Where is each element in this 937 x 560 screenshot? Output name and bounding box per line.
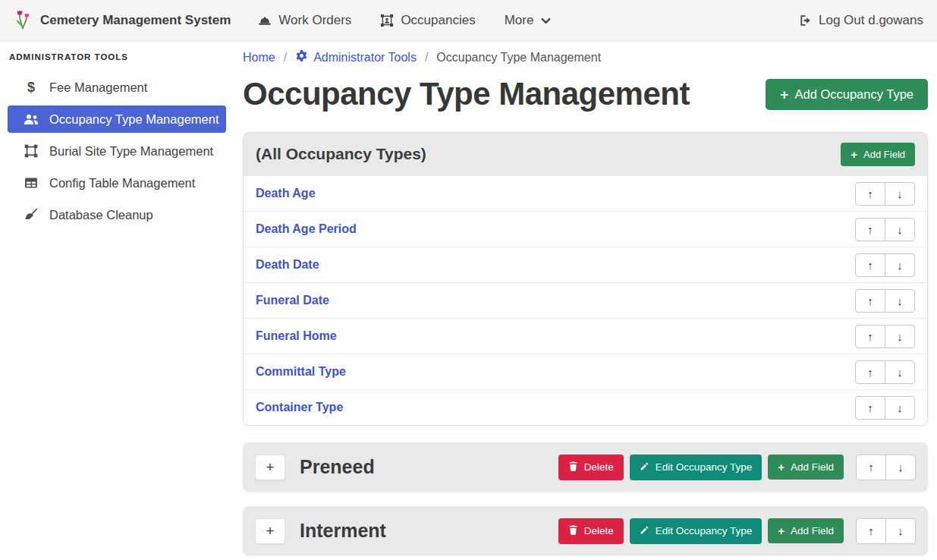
field-link-funeral-home[interactable]: Funeral Home	[256, 329, 337, 343]
add-occupancy-type-label: Add Occupancy Type	[794, 87, 913, 102]
brand-title: Cemetery Management System	[40, 13, 231, 28]
expand-button[interactable]: +	[255, 455, 285, 480]
move-down-button[interactable]: ↓	[885, 218, 915, 241]
move-up-button[interactable]: ↑	[855, 325, 885, 348]
move-up-button[interactable]: ↑	[856, 518, 886, 544]
arrow-up-icon: ↑	[867, 223, 873, 236]
section-title: Interment	[300, 520, 386, 542]
move-up-button[interactable]: ↑	[855, 182, 885, 206]
edit-occupancy-type-button[interactable]: Edit Occupancy Type	[630, 455, 762, 480]
section-actions: Delete Edit Occupancy Type + Add Field ↑…	[558, 518, 916, 544]
gear-icon	[295, 49, 308, 65]
move-group: ↑ ↓	[855, 253, 915, 277]
move-up-button[interactable]: ↑	[855, 253, 885, 277]
plus-icon: +	[851, 149, 857, 160]
move-up-button[interactable]: ↑	[855, 360, 885, 384]
arrow-up-icon: ↑	[867, 294, 873, 307]
sidebar-item-occupancy-type-management[interactable]: Occupancy Type Management	[8, 105, 226, 133]
field-link-committal-type[interactable]: Committal Type	[256, 365, 346, 379]
add-occupancy-type-button[interactable]: + Add Occupancy Type	[766, 79, 928, 110]
arrow-down-icon: ↓	[897, 294, 903, 307]
move-group: ↑ ↓	[855, 182, 915, 206]
field-link-container-type[interactable]: Container Type	[256, 401, 343, 414]
pencil-icon	[640, 525, 649, 537]
move-down-button[interactable]: ↓	[885, 455, 916, 480]
main-content: Home / Administrator Tools / Occupancy T…	[243, 42, 928, 560]
field-link-death-date[interactable]: Death Date	[256, 258, 319, 272]
plus-icon: +	[778, 525, 785, 536]
move-down-button[interactable]: ↓	[885, 253, 915, 277]
field-link-funeral-date[interactable]: Funeral Date	[256, 294, 329, 307]
breadcrumb-admin-tools-link[interactable]: Administrator Tools	[295, 49, 417, 65]
delete-button[interactable]: Delete	[558, 518, 624, 544]
section-interment: + Interment Delete Edit Occupa	[243, 506, 928, 555]
move-up-button[interactable]: ↑	[855, 396, 885, 420]
move-down-button[interactable]: ↓	[885, 325, 915, 348]
sidebar-item-config-table-management[interactable]: Config Table Management	[8, 169, 226, 197]
delete-button[interactable]: Delete	[558, 455, 624, 480]
move-down-button[interactable]: ↓	[885, 289, 915, 313]
sidebar-heading: ADMINISTRATOR TOOLS	[0, 48, 235, 72]
sidebar-item-label: Config Table Management	[49, 176, 195, 190]
nav-item-logout[interactable]: Log Out d.gowans	[798, 13, 923, 28]
expand-button[interactable]: +	[255, 518, 285, 544]
trash-icon	[568, 525, 578, 537]
move-group: ↑ ↓	[855, 289, 915, 313]
breadcrumb-admin-tools-label: Administrator Tools	[313, 51, 417, 64]
portrait-frame-icon	[380, 14, 394, 27]
section-title: Preneed	[300, 456, 375, 478]
breadcrumb-separator: /	[284, 51, 287, 64]
nav-item-more[interactable]: More	[505, 13, 552, 28]
sidebar-item-fee-management[interactable]: $ Fee Management	[8, 74, 226, 101]
add-field-label: Add Field	[791, 525, 834, 536]
add-field-label: Add Field	[863, 149, 905, 160]
move-group: ↑ ↓	[855, 325, 915, 348]
arrow-down-icon: ↓	[898, 524, 904, 537]
brand[interactable]: Cemetery Management System	[14, 8, 231, 33]
breadcrumb-home-link[interactable]: Home	[243, 51, 275, 64]
move-down-button[interactable]: ↓	[885, 518, 916, 544]
move-up-button[interactable]: ↑	[855, 289, 885, 313]
users-icon	[23, 113, 39, 125]
arrow-up-icon: ↑	[868, 461, 874, 473]
move-down-button[interactable]: ↓	[885, 182, 915, 206]
sidebar-item-burial-site-type-management[interactable]: Burial Site Type Management	[8, 137, 226, 165]
sign-out-icon	[798, 14, 812, 27]
edit-occupancy-type-label: Edit Occupancy Type	[656, 461, 752, 473]
move-up-button[interactable]: ↑	[856, 455, 886, 480]
nav-item-occupancies[interactable]: Occupancies	[380, 13, 475, 28]
breadcrumb-current: Occupancy Type Management	[436, 51, 601, 64]
sidebar-item-label: Database Cleanup	[49, 208, 153, 222]
delete-label: Delete	[584, 461, 614, 473]
nav-item-label: More	[505, 13, 534, 28]
edit-occupancy-type-label: Edit Occupancy Type	[656, 525, 752, 536]
section-actions: Delete Edit Occupancy Type + Add Field ↑…	[558, 455, 916, 480]
edit-occupancy-type-button[interactable]: Edit Occupancy Type	[630, 518, 762, 544]
arrow-down-icon: ↓	[897, 223, 903, 236]
breadcrumb: Home / Administrator Tools / Occupancy T…	[243, 49, 928, 65]
field-link-death-age[interactable]: Death Age	[256, 187, 316, 200]
field-row: Death Age ↑ ↓	[244, 175, 927, 211]
add-field-button[interactable]: + Add Field	[768, 455, 844, 480]
move-up-button[interactable]: ↑	[855, 218, 885, 241]
move-down-button[interactable]: ↓	[885, 360, 915, 384]
field-link-death-age-period[interactable]: Death Age Period	[256, 222, 357, 236]
move-down-button[interactable]: ↓	[885, 396, 915, 420]
arrow-up-icon: ↑	[867, 259, 873, 272]
arrow-down-icon: ↓	[897, 259, 903, 272]
arrow-up-icon: ↑	[867, 187, 873, 200]
nav-item-work-orders[interactable]: Work Orders	[258, 13, 351, 28]
move-group: ↑ ↓	[856, 518, 916, 544]
hard-hat-icon	[258, 14, 272, 27]
field-row: Death Date ↑ ↓	[244, 247, 927, 282]
add-field-button[interactable]: + Add Field	[841, 143, 915, 166]
all-occupancy-types-card: (All Occupancy Types) + Add Field Death …	[243, 132, 928, 426]
top-navbar: Cemetery Management System Work Orders	[0, 0, 937, 42]
add-field-button[interactable]: + Add Field	[768, 518, 844, 543]
sidebar-item-database-cleanup[interactable]: Database Cleanup	[8, 201, 226, 228]
arrow-down-icon: ↓	[897, 187, 903, 200]
title-row: Occupancy Type Management + Add Occupanc…	[243, 76, 928, 112]
delete-label: Delete	[584, 525, 614, 536]
plus-icon: +	[266, 523, 274, 540]
arrow-up-icon: ↑	[867, 401, 873, 414]
